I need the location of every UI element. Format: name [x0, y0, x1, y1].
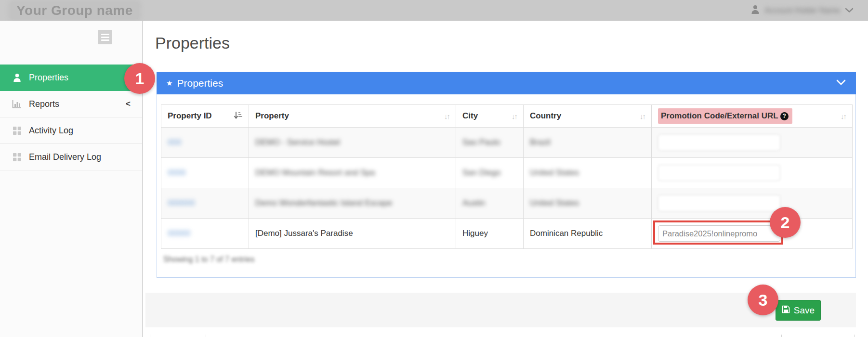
- city: Sao Paulo: [462, 138, 500, 147]
- country: United States: [530, 198, 579, 207]
- sidebar-item-reports[interactable]: Reports <: [0, 91, 142, 117]
- next-table-border: [206, 335, 206, 337]
- properties-panel: ★ Properties Property ID Property: [157, 72, 856, 278]
- property-name: [Demo] Jussara's Paradise: [255, 229, 353, 238]
- property-name: DEMO - Service Hostel: [255, 138, 340, 147]
- sort-icon: ↓↑: [841, 112, 846, 120]
- user-icon: [12, 73, 22, 82]
- next-table-border: [854, 335, 855, 337]
- city: Austin: [462, 198, 485, 207]
- column-header-promotion-code[interactable]: Promotion Code/External URL ? ↓↑: [652, 105, 853, 128]
- property-id-link[interactable]: 000000: [168, 198, 195, 207]
- user-name: Account Holder Name: [764, 6, 840, 15]
- table-row: 0000 DEMO Mountain Resort and Spa San Di…: [161, 158, 853, 188]
- promo-code-input[interactable]: [658, 225, 780, 242]
- annotation-step-1: 1: [124, 63, 155, 94]
- next-table-border: [781, 335, 782, 337]
- app-window: Your Group name Account Holder Name Prop…: [0, 0, 868, 337]
- promo-code-input[interactable]: [658, 195, 780, 211]
- panel-title: Properties: [177, 78, 223, 89]
- grid-icon: [12, 153, 22, 161]
- panel-body: Property ID Property ↓↑ City ↓↑ Count: [157, 94, 856, 278]
- table-row: 000000 Demo Wonderfantastic Island Escap…: [161, 188, 853, 219]
- menu-toggle-button[interactable]: [98, 30, 112, 44]
- save-button-label: Save: [794, 305, 815, 316]
- panel-header[interactable]: ★ Properties: [157, 72, 856, 94]
- property-name: Demo Wonderfantastic Island Escape: [255, 198, 392, 207]
- sidebar: Properties Reports < Activity Log Em: [0, 21, 143, 337]
- properties-table: Property ID Property ↓↑ City ↓↑ Count: [161, 104, 853, 249]
- table-summary: Showing 1 to 7 of 7 entries: [163, 255, 852, 264]
- page-title: Properties: [155, 34, 230, 52]
- city: Higuey: [462, 229, 488, 238]
- user-menu[interactable]: Account Holder Name: [751, 0, 854, 21]
- grid-icon: [12, 127, 22, 135]
- sidebar-nav: Properties Reports < Activity Log Em: [0, 65, 142, 170]
- sort-asc-icon: [234, 111, 242, 122]
- column-header-city[interactable]: City ↓↑: [456, 105, 524, 128]
- bar-chart-icon: [12, 100, 22, 108]
- sidebar-item-activity-log[interactable]: Activity Log: [0, 117, 142, 144]
- column-header-property-id[interactable]: Property ID: [161, 105, 249, 128]
- city: San Diego: [462, 168, 500, 177]
- property-id-link[interactable]: 000: [168, 138, 181, 147]
- table-row: 000 DEMO - Service Hostel Sao Paulo Braz…: [161, 128, 853, 158]
- group-name-label: Your Group name: [16, 3, 133, 18]
- sidebar-item-email-delivery-log[interactable]: Email Delivery Log: [0, 144, 142, 170]
- country: Dominican Republic: [530, 229, 603, 238]
- topbar: Your Group name Account Holder Name: [0, 0, 868, 21]
- promo-code-input[interactable]: [658, 165, 780, 181]
- sidebar-item-label: Email Delivery Log: [29, 152, 101, 162]
- table-row: 00000 [Demo] Jussara's Paradise Higuey D…: [161, 219, 853, 249]
- chevron-down-icon[interactable]: [836, 79, 846, 88]
- sort-icon: ↓↑: [444, 112, 449, 120]
- table-header-row: Property ID Property ↓↑ City ↓↑ Count: [161, 105, 853, 128]
- country: Brazil: [530, 138, 551, 147]
- sidebar-item-label: Properties: [29, 73, 68, 83]
- highlighted-header: Promotion Code/External URL ?: [658, 108, 792, 124]
- column-header-country[interactable]: Country ↓↑: [524, 105, 652, 128]
- country: United States: [530, 168, 579, 177]
- promo-code-input[interactable]: [658, 134, 780, 151]
- group-name: Your Group name: [11, 2, 139, 19]
- sort-icon: ↓↑: [640, 112, 645, 120]
- property-id-link[interactable]: 00000: [168, 229, 190, 238]
- property-name: DEMO Mountain Resort and Spa: [255, 168, 375, 177]
- sort-icon: ↓↑: [512, 112, 517, 120]
- star-icon: ★: [166, 79, 172, 88]
- sidebar-item-properties[interactable]: Properties: [0, 65, 142, 91]
- save-button[interactable]: Save: [776, 300, 821, 321]
- floppy-save-icon: [782, 305, 790, 316]
- next-table-border: [150, 335, 150, 337]
- sidebar-item-label: Reports: [29, 99, 59, 109]
- property-id-link[interactable]: 0000: [168, 168, 186, 177]
- help-icon[interactable]: ?: [780, 112, 789, 120]
- annotation-step-2: 2: [770, 207, 801, 238]
- annotation-step-3: 3: [748, 285, 778, 315]
- chevron-left-icon: <: [126, 99, 131, 109]
- column-header-property[interactable]: Property ↓↑: [249, 105, 456, 128]
- chevron-down-icon: [845, 6, 854, 15]
- sidebar-item-label: Activity Log: [29, 126, 73, 136]
- user-icon: [751, 5, 760, 16]
